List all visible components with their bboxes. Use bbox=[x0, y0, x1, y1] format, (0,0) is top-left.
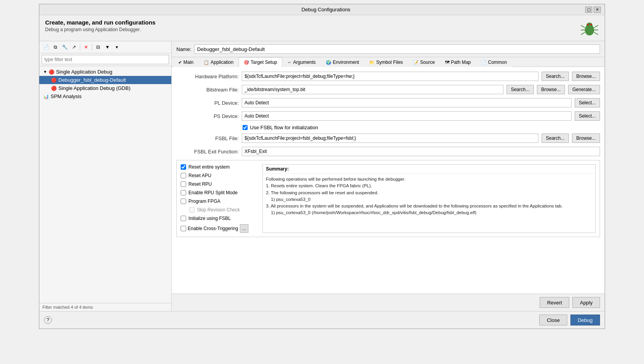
tab-common-label: Common bbox=[488, 60, 507, 65]
bitstream-browse-button[interactable]: Browse... bbox=[537, 85, 565, 94]
name-input[interactable] bbox=[194, 44, 600, 54]
svg-line-5 bbox=[594, 25, 598, 28]
reset-apu-checkbox[interactable] bbox=[181, 173, 186, 178]
tab-application-label: Application bbox=[211, 60, 234, 65]
hardware-platform-browse-button[interactable]: Browse... bbox=[572, 72, 600, 81]
filter-input[interactable] bbox=[42, 55, 169, 64]
tab-arguments[interactable]: ↔ Arguments bbox=[282, 57, 321, 67]
tabs-bar: ✔ Main 📋 Application 🎯 Target Setup ↔ Ar… bbox=[172, 57, 605, 67]
enable-cross-triggering-label: Enable Cross-Triggering bbox=[188, 226, 238, 231]
reset-rpu-item: Reset RPU bbox=[181, 181, 259, 187]
sidebar-item-single-app-debug[interactable]: ▼ 🔴 Single Application Debug bbox=[39, 68, 171, 76]
tab-source[interactable]: 📝 Source bbox=[408, 57, 440, 67]
enable-rpu-split-checkbox[interactable] bbox=[181, 190, 186, 195]
ps-device-select-button[interactable]: Select... bbox=[575, 111, 600, 121]
tab-common[interactable]: 📄 Common bbox=[476, 57, 512, 67]
new-proto-button[interactable]: 🔧 bbox=[60, 43, 69, 51]
debug-type-icon: 🔴 bbox=[49, 69, 55, 75]
hardware-platform-input[interactable] bbox=[242, 72, 538, 81]
export-config-button[interactable]: ↗ bbox=[70, 43, 78, 51]
revert-button[interactable]: Revert bbox=[540, 297, 569, 308]
use-fsbl-checkbox[interactable] bbox=[243, 125, 248, 130]
bitstream-search-button[interactable]: Search... bbox=[507, 85, 534, 94]
header-title: Create, manage, and run configurations bbox=[45, 19, 155, 26]
close-window-button[interactable]: ✕ bbox=[594, 7, 601, 13]
tab-application[interactable]: 📋 Application bbox=[199, 57, 239, 67]
skip-revision-check-checkbox[interactable] bbox=[189, 207, 195, 213]
sidebar: 📄 ⧉ 🔧 ↗ ✕ ⊟ ▼ ▾ ▼ 🔴 Single Application bbox=[39, 41, 172, 311]
tab-target-setup[interactable]: 🎯 Target Setup bbox=[239, 57, 282, 67]
sidebar-item-label: Single Application Debug (GDB) bbox=[58, 85, 130, 91]
cross-triggering-options-button[interactable]: ... bbox=[240, 224, 248, 233]
right-panel: Name: ✔ Main 📋 Application 🎯 Target Setu… bbox=[172, 41, 605, 311]
program-fpga-label: Program FPGA bbox=[188, 199, 220, 204]
bitstream-generate-button[interactable]: Generate... bbox=[568, 85, 600, 94]
reset-apu-label: Reset APU bbox=[188, 173, 211, 178]
bitstream-file-label: Bitstream File: bbox=[176, 87, 239, 93]
toolbar-separator bbox=[80, 44, 80, 51]
summary-text: Following operations will be performed b… bbox=[263, 174, 595, 232]
help-button[interactable]: ? bbox=[44, 316, 52, 324]
left-checks: Reset entire system Reset APU Reset RPU bbox=[181, 164, 259, 233]
program-fpga-checkbox[interactable] bbox=[181, 199, 186, 204]
filter-dropdown-button[interactable]: ▾ bbox=[113, 43, 121, 51]
hardware-platform-search-button[interactable]: Search... bbox=[542, 72, 569, 81]
fsbl-exit-input[interactable] bbox=[242, 147, 600, 156]
initialize-fsbl-checkbox[interactable] bbox=[181, 216, 186, 221]
tab-application-icon: 📋 bbox=[204, 60, 209, 65]
pl-device-input[interactable] bbox=[242, 98, 572, 107]
tab-main[interactable]: ✔ Main bbox=[173, 57, 199, 67]
debug-item-icon-gdb: 🔴 bbox=[51, 86, 57, 91]
svg-line-2 bbox=[581, 25, 585, 28]
filter-button[interactable]: ▼ bbox=[103, 43, 112, 51]
debug-item-icon: 🔴 bbox=[51, 77, 57, 83]
delete-config-button[interactable]: ✕ bbox=[82, 43, 90, 51]
pl-device-select-button[interactable]: Select... bbox=[575, 98, 600, 107]
ps-device-label: PS Device: bbox=[176, 113, 239, 119]
fsbl-file-input[interactable] bbox=[242, 134, 538, 143]
bitstream-file-row: Bitstream File: Search... Browse... Gene… bbox=[176, 85, 600, 94]
titlebar: Debug Configurations ▢ ✕ bbox=[39, 4, 605, 15]
duplicate-config-button[interactable]: ⧉ bbox=[51, 43, 60, 51]
name-label: Name: bbox=[176, 46, 191, 52]
tab-environment[interactable]: 🌍 Environment bbox=[321, 57, 364, 67]
spm-icon: 📊 bbox=[43, 94, 49, 99]
reset-rpu-checkbox[interactable] bbox=[181, 181, 186, 187]
maximize-button[interactable]: ▢ bbox=[585, 7, 592, 13]
apply-button[interactable]: Apply bbox=[572, 297, 600, 308]
initialize-fsbl-item: Initialize using FSBL bbox=[181, 216, 259, 221]
fsbl-browse-button[interactable]: Browse... bbox=[572, 134, 600, 143]
sidebar-toolbar: 📄 ⧉ 🔧 ↗ ✕ ⊟ ▼ ▾ bbox=[39, 41, 171, 53]
summary-area: Summary: Following operations will be pe… bbox=[262, 164, 596, 233]
ps-device-row: PS Device: Select... bbox=[176, 111, 600, 121]
fsbl-search-button[interactable]: Search... bbox=[542, 134, 569, 143]
tab-environment-icon: 🌍 bbox=[326, 60, 331, 65]
reset-entire-system-checkbox[interactable] bbox=[181, 164, 186, 170]
tab-path-map[interactable]: 🗺 Path Map bbox=[440, 57, 476, 67]
bitstream-file-input[interactable] bbox=[242, 85, 503, 94]
sidebar-item-debugger-fsbl[interactable]: 🔴 Debugger_fsbl_debug-Default bbox=[39, 76, 171, 84]
sidebar-item-label: Debugger_fsbl_debug-Default bbox=[58, 77, 126, 83]
reset-rpu-label: Reset RPU bbox=[188, 181, 212, 187]
header-subtitle: Debug a program using Application Debugg… bbox=[45, 27, 155, 32]
fsbl-file-label: FSBL File: bbox=[176, 135, 239, 141]
tab-arguments-label: Arguments bbox=[293, 60, 316, 65]
sidebar-item-single-app-gdb[interactable]: 🔴 Single Application Debug (GDB) bbox=[39, 84, 171, 92]
sidebar-item-spm-analysis[interactable]: 📊 SPM Analysis bbox=[39, 92, 171, 100]
debug-button[interactable]: Debug bbox=[570, 315, 600, 325]
tab-arguments-icon: ↔ bbox=[287, 60, 292, 65]
filter-wrapper bbox=[39, 53, 171, 66]
tab-main-label: Main bbox=[183, 60, 194, 65]
tab-symbol-files[interactable]: 📁 Symbol Files bbox=[364, 57, 408, 67]
hardware-platform-label: Hardware Platform: bbox=[176, 74, 239, 79]
collapse-all-button[interactable]: ⊟ bbox=[94, 43, 102, 51]
ps-device-input[interactable] bbox=[242, 111, 572, 121]
use-fsbl-row: Use FSBL flow for initialization bbox=[176, 125, 600, 130]
new-config-button[interactable]: 📄 bbox=[42, 43, 50, 51]
header: Create, manage, and run configurations D… bbox=[39, 15, 605, 41]
enable-cross-triggering-checkbox[interactable] bbox=[181, 226, 186, 231]
program-fpga-item: Program FPGA bbox=[181, 199, 259, 204]
tab-target-setup-icon: 🎯 bbox=[244, 60, 249, 65]
close-button[interactable]: Close bbox=[539, 315, 567, 325]
tab-target-setup-label: Target Setup bbox=[251, 60, 277, 65]
